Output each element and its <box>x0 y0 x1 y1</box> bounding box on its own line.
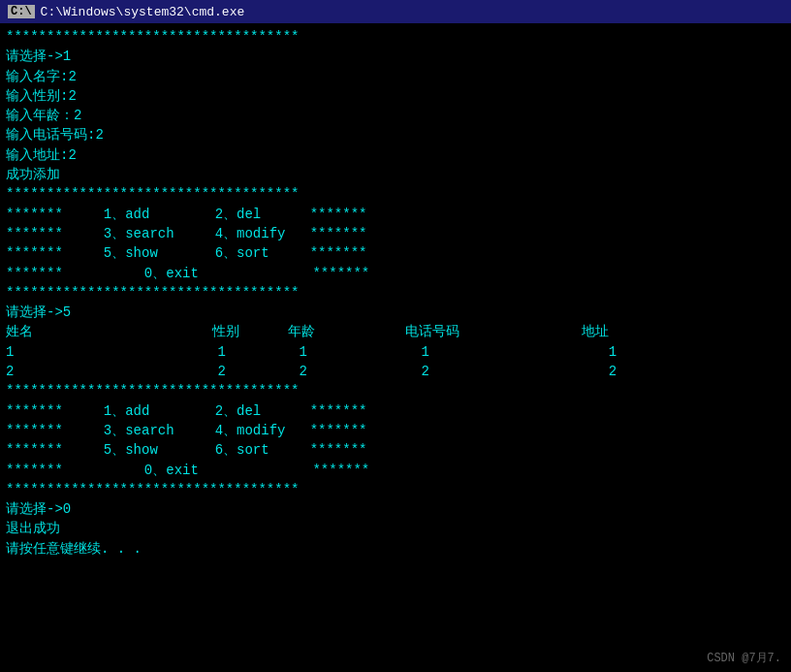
console-line-12: ******* 0、exit ******* <box>6 264 785 283</box>
console-line-2: 输入名字:2 <box>6 67 785 86</box>
console-line-21: ******* 5、show 6、sort ******* <box>6 440 785 460</box>
console-line-3: 输入性别:2 <box>6 86 785 106</box>
window-title: C:\Windows\system32\cmd.exe <box>41 5 245 19</box>
console-line-5: 输入电话号码:2 <box>6 125 785 144</box>
console-line-1: 请选择->1 <box>6 47 785 66</box>
watermark: CSDN @7月7. <box>707 650 781 666</box>
console-line-19: ******* 1、add 2、del ******* <box>6 401 785 421</box>
console-line-18: ************************************ <box>6 381 785 400</box>
console-line-8: ************************************ <box>6 184 785 204</box>
console-line-25: 退出成功 <box>6 519 785 538</box>
console-line-24: 请选择->0 <box>6 499 785 519</box>
console-line-13: ************************************ <box>6 283 785 303</box>
console-line-23: ************************************ <box>6 480 785 499</box>
console-line-16: 1 1 1 1 1 <box>6 342 785 362</box>
console-line-0: ************************************ <box>6 27 785 47</box>
console-line-26: 请按任意键继续. . . <box>6 539 785 559</box>
console-line-9: ******* 1、add 2、del ******* <box>6 205 785 224</box>
console-line-10: ******* 3、search 4、modify ******* <box>6 224 785 243</box>
console-line-7: 成功添加 <box>6 165 785 184</box>
console-body: ************************************请选择-… <box>0 23 791 672</box>
console-line-6: 输入地址:2 <box>6 145 785 165</box>
console-line-22: ******* 0、exit ******* <box>6 461 785 480</box>
title-icon: C:\ <box>8 5 35 18</box>
console-line-14: 请选择->5 <box>6 303 785 322</box>
console-line-17: 2 2 2 2 2 <box>6 362 785 381</box>
console-line-11: ******* 5、show 6、sort ******* <box>6 243 785 263</box>
console-line-20: ******* 3、search 4、modify ******* <box>6 421 785 440</box>
title-bar: C:\ C:\Windows\system32\cmd.exe <box>0 0 791 23</box>
console-line-15: 姓名 性别 年龄 电话号码 地址 <box>6 322 785 341</box>
console-line-4: 输入年龄：2 <box>6 106 785 125</box>
